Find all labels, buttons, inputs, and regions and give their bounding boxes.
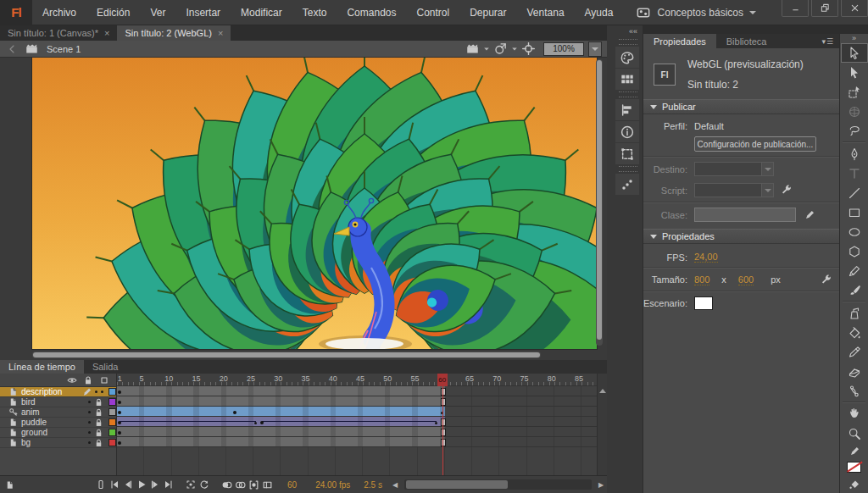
stroke-color-swatch[interactable] (847, 462, 861, 473)
oval-tool[interactable] (841, 222, 868, 241)
restore-button[interactable] (811, 0, 838, 17)
tab-salida[interactable]: Salida (84, 360, 127, 374)
panel-menu-icon[interactable]: ▾☰ (821, 37, 839, 46)
menu-texto[interactable]: Texto (292, 0, 337, 25)
layer-ground[interactable]: ground (0, 428, 116, 438)
step-forward-button[interactable] (148, 478, 162, 491)
frames-row-anim[interactable] (117, 407, 597, 417)
frames-row-ground[interactable] (117, 427, 597, 437)
motion-presets-panel-icon[interactable] (615, 174, 639, 195)
menu-modificar[interactable]: Modificar (231, 0, 292, 25)
layer-lock-icon[interactable] (94, 397, 103, 407)
menu-depurar[interactable]: Depurar (459, 0, 516, 25)
fill-color-control[interactable] (841, 475, 868, 491)
edit-class-pencil-icon[interactable] (803, 208, 816, 222)
timeline-frames[interactable]: 15101520253035404550556570758085 60 (117, 374, 597, 475)
layer-outline-color[interactable] (108, 408, 116, 416)
layer-visible-dot[interactable] (88, 411, 91, 413)
zoom-tool[interactable] (841, 424, 868, 443)
color-panel-icon[interactable] (615, 47, 639, 68)
menu-control[interactable]: Control (406, 0, 459, 25)
layer-outline-color[interactable] (108, 398, 116, 406)
stage-canvas[interactable] (32, 58, 597, 349)
stroke-color-control[interactable] (841, 443, 868, 459)
modify-markers-button[interactable] (260, 478, 274, 491)
timeline-hscrollbar[interactable] (404, 479, 592, 490)
stage-vscrollbar[interactable] (596, 59, 603, 346)
tab-linea-de-tiempo[interactable]: Línea de tiempo (0, 360, 84, 374)
stage-height-value[interactable]: 600 (738, 274, 754, 285)
layer-outline-color[interactable] (108, 439, 116, 446)
edit-symbols-arrow-icon[interactable] (512, 47, 517, 50)
layer-puddle[interactable]: puddle (0, 418, 116, 428)
paint-bucket-tool[interactable] (841, 323, 868, 342)
edit-multiple-frames-button[interactable] (247, 478, 260, 491)
pen-tool[interactable] (841, 144, 868, 163)
eraser-tool[interactable] (841, 362, 868, 381)
subselection-tool[interactable] (841, 63, 868, 82)
scroll-left-icon[interactable]: ◀ (391, 481, 399, 489)
show-hide-all-eye-icon[interactable] (67, 375, 77, 385)
doc-tab-sin-titulo-2-webgl[interactable]: Sin título: 2 (WebGL)× (117, 25, 231, 41)
layer-lock-icon[interactable] (94, 428, 103, 437)
info-panel-icon[interactable] (615, 121, 639, 142)
brush-tool[interactable] (841, 280, 868, 300)
menu-ver[interactable]: Ver (140, 0, 175, 25)
stage-width-value[interactable]: 800 (694, 274, 709, 285)
lock-all-icon[interactable] (83, 375, 93, 385)
frames-row-description[interactable] (117, 386, 597, 396)
step-back-button[interactable] (121, 478, 135, 491)
layer-anim[interactable]: anim (0, 407, 116, 418)
section-publicar[interactable]: Publicar (643, 99, 839, 114)
scroll-right-icon[interactable]: ▶ (597, 481, 605, 489)
timeline-ruler[interactable]: 15101520253035404550556570758085 (117, 374, 597, 386)
free-transform-tool[interactable] (841, 82, 868, 102)
menu-comandos[interactable]: Comandos (337, 0, 406, 25)
layer-description[interactable]: description (0, 387, 116, 397)
current-frame-value[interactable]: 60 (287, 480, 297, 490)
new-layer-icon[interactable] (3, 478, 16, 491)
frames-row-bird[interactable] (117, 396, 597, 407)
tab-close-icon[interactable]: × (104, 28, 109, 38)
layer-lock-icon[interactable] (94, 418, 103, 427)
layer-bg[interactable]: bg (0, 438, 116, 448)
center-frame-button[interactable] (184, 478, 198, 491)
menu-ventana[interactable]: Ventana (517, 0, 575, 25)
align-panel-icon[interactable] (615, 99, 639, 120)
doc-tab-sin-titulo-1-canvas[interactable]: Sin título: 1 (Canvas)*× (0, 25, 117, 41)
frames-row-bg[interactable] (117, 437, 597, 447)
swatches-panel-icon[interactable] (615, 69, 639, 90)
layer-outline-color[interactable] (108, 418, 116, 426)
frame-rate-value[interactable]: 24.00 fps (315, 480, 350, 490)
layer-lock-icon[interactable] (94, 407, 103, 417)
playhead-line[interactable] (442, 374, 443, 475)
rectangle-tool[interactable] (841, 202, 868, 222)
center-frame-button[interactable] (522, 42, 535, 55)
layer-bird[interactable]: bird (0, 397, 116, 407)
outlines-all-icon[interactable] (99, 375, 109, 385)
menu-archivo[interactable]: Archivo (32, 0, 86, 25)
play-button[interactable] (135, 478, 148, 491)
layer-visible-dot[interactable] (88, 421, 91, 424)
first-frame-button[interactable] (108, 478, 121, 491)
eyedropper-tool[interactable] (841, 342, 868, 362)
section-propiedades[interactable]: Propiedades (643, 229, 839, 244)
wrench-icon[interactable] (779, 184, 793, 197)
tab-close-icon[interactable]: × (218, 28, 223, 38)
collapse-tools-icon[interactable]: » (840, 34, 868, 43)
publish-settings-button[interactable]: Configuración de publicación... (694, 136, 816, 152)
frames-row-puddle[interactable] (117, 417, 597, 427)
menu-edicion[interactable]: Edición (86, 0, 140, 25)
layer-visible-dot[interactable] (95, 391, 97, 393)
timeline-vscrollbar[interactable] (597, 374, 607, 475)
layer-visible-dot[interactable] (88, 401, 91, 403)
close-button[interactable] (841, 0, 868, 17)
menu-insertar[interactable]: Insertar (175, 0, 231, 25)
last-frame-button[interactable] (162, 478, 175, 491)
stage-hscrollbar[interactable] (32, 352, 541, 358)
layer-visible-dot[interactable] (88, 441, 91, 444)
transform-panel-icon[interactable] (615, 143, 639, 164)
size-wrench-icon[interactable] (819, 273, 832, 286)
stage-color-swatch[interactable] (694, 296, 713, 310)
zoom-dropdown-button[interactable] (588, 42, 602, 57)
